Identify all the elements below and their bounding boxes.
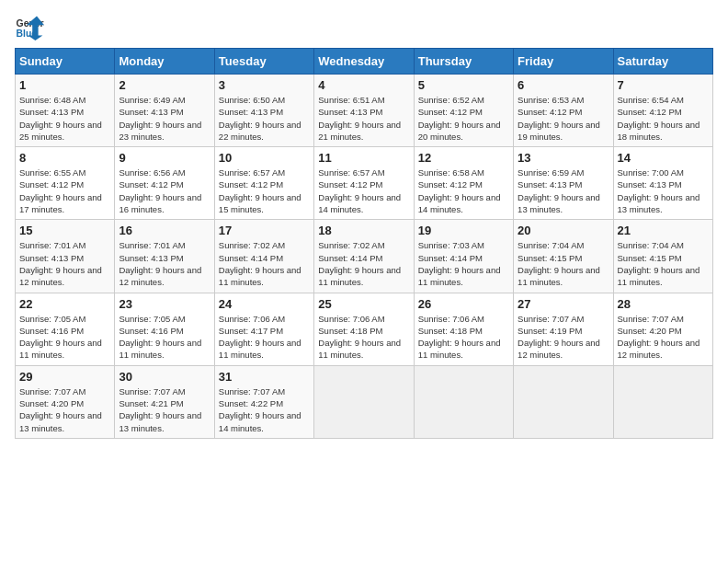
day-info: Sunrise: 7:07 AMSunset: 4:21 PMDaylight:… bbox=[119, 385, 210, 434]
day-info: Sunrise: 7:02 AMSunset: 4:14 PMDaylight:… bbox=[318, 239, 409, 288]
calendar-week-5: 29Sunrise: 7:07 AMSunset: 4:20 PMDayligh… bbox=[16, 365, 713, 438]
day-info: Sunrise: 6:55 AMSunset: 4:12 PMDaylight:… bbox=[19, 167, 110, 215]
day-info: Sunrise: 6:50 AMSunset: 4:13 PMDaylight:… bbox=[219, 94, 310, 143]
day-info: Sunrise: 6:57 AMSunset: 4:12 PMDaylight:… bbox=[219, 167, 310, 215]
calendar-cell bbox=[613, 365, 712, 438]
day-info: Sunrise: 7:07 AMSunset: 4:20 PMDaylight:… bbox=[19, 385, 110, 434]
day-number: 17 bbox=[219, 224, 310, 237]
calendar-cell: 28Sunrise: 7:07 AMSunset: 4:20 PMDayligh… bbox=[613, 293, 712, 365]
day-info: Sunrise: 6:51 AMSunset: 4:13 PMDaylight:… bbox=[318, 94, 409, 143]
calendar-cell: 7Sunrise: 6:54 AMSunset: 4:12 PMDaylight… bbox=[613, 75, 712, 147]
day-info: Sunrise: 7:01 AMSunset: 4:13 PMDaylight:… bbox=[119, 239, 210, 288]
day-info: Sunrise: 7:06 AMSunset: 4:17 PMDaylight:… bbox=[219, 313, 310, 362]
header: General Blue bbox=[15, 15, 713, 40]
day-number: 19 bbox=[418, 224, 509, 237]
day-number: 5 bbox=[418, 78, 509, 92]
calendar-cell bbox=[514, 365, 613, 438]
day-number: 24 bbox=[219, 297, 310, 311]
day-number: 1 bbox=[19, 78, 110, 92]
calendar-week-2: 8Sunrise: 6:55 AMSunset: 4:12 PMDaylight… bbox=[16, 147, 713, 220]
calendar-cell: 13Sunrise: 6:59 AMSunset: 4:13 PMDayligh… bbox=[514, 147, 613, 220]
day-info: Sunrise: 6:54 AMSunset: 4:12 PMDaylight:… bbox=[618, 94, 709, 143]
day-number: 25 bbox=[318, 297, 409, 311]
calendar-cell: 21Sunrise: 7:04 AMSunset: 4:15 PMDayligh… bbox=[613, 220, 712, 293]
day-number: 10 bbox=[219, 151, 310, 165]
calendar-cell: 14Sunrise: 7:00 AMSunset: 4:13 PMDayligh… bbox=[613, 147, 712, 220]
calendar-cell: 25Sunrise: 7:06 AMSunset: 4:18 PMDayligh… bbox=[314, 293, 414, 365]
day-number: 8 bbox=[19, 151, 110, 165]
day-number: 11 bbox=[318, 151, 409, 165]
day-number: 14 bbox=[618, 151, 709, 165]
weekday-header-friday: Friday bbox=[514, 49, 613, 75]
weekday-header-monday: Monday bbox=[115, 49, 214, 75]
calendar-cell: 31Sunrise: 7:07 AMSunset: 4:22 PMDayligh… bbox=[214, 365, 313, 438]
day-number: 9 bbox=[119, 151, 210, 165]
calendar-cell: 1Sunrise: 6:48 AMSunset: 4:13 PMDaylight… bbox=[16, 75, 115, 147]
calendar-cell: 29Sunrise: 7:07 AMSunset: 4:20 PMDayligh… bbox=[16, 365, 115, 438]
day-info: Sunrise: 6:53 AMSunset: 4:12 PMDaylight:… bbox=[518, 94, 609, 143]
day-info: Sunrise: 7:04 AMSunset: 4:15 PMDaylight:… bbox=[618, 239, 709, 288]
calendar-cell bbox=[314, 365, 414, 438]
day-number: 7 bbox=[618, 78, 709, 92]
day-number: 30 bbox=[119, 370, 210, 384]
calendar-cell: 6Sunrise: 6:53 AMSunset: 4:12 PMDaylight… bbox=[514, 75, 613, 147]
day-number: 6 bbox=[518, 78, 609, 92]
weekday-header-wednesday: Wednesday bbox=[314, 49, 414, 75]
calendar-week-4: 22Sunrise: 7:05 AMSunset: 4:16 PMDayligh… bbox=[16, 293, 713, 365]
day-number: 21 bbox=[618, 224, 709, 237]
calendar-cell: 30Sunrise: 7:07 AMSunset: 4:21 PMDayligh… bbox=[115, 365, 214, 438]
weekday-header-saturday: Saturday bbox=[613, 49, 712, 75]
day-info: Sunrise: 7:03 AMSunset: 4:14 PMDaylight:… bbox=[418, 239, 509, 288]
day-number: 13 bbox=[518, 151, 609, 165]
day-number: 3 bbox=[219, 78, 310, 92]
day-number: 23 bbox=[119, 297, 210, 311]
day-number: 15 bbox=[19, 224, 110, 237]
calendar-header: SundayMondayTuesdayWednesdayThursdayFrid… bbox=[16, 49, 713, 75]
calendar-cell: 18Sunrise: 7:02 AMSunset: 4:14 PMDayligh… bbox=[314, 220, 414, 293]
calendar-cell: 12Sunrise: 6:58 AMSunset: 4:12 PMDayligh… bbox=[414, 147, 513, 220]
day-number: 16 bbox=[119, 224, 210, 237]
weekday-header-sunday: Sunday bbox=[16, 49, 115, 75]
calendar-cell: 10Sunrise: 6:57 AMSunset: 4:12 PMDayligh… bbox=[214, 147, 313, 220]
day-info: Sunrise: 7:07 AMSunset: 4:19 PMDaylight:… bbox=[518, 313, 609, 362]
day-info: Sunrise: 7:07 AMSunset: 4:22 PMDaylight:… bbox=[219, 385, 310, 434]
calendar-cell: 19Sunrise: 7:03 AMSunset: 4:14 PMDayligh… bbox=[414, 220, 513, 293]
calendar-table: SundayMondayTuesdayWednesdayThursdayFrid… bbox=[15, 48, 713, 439]
day-number: 29 bbox=[19, 370, 110, 384]
day-info: Sunrise: 7:06 AMSunset: 4:18 PMDaylight:… bbox=[318, 313, 409, 362]
calendar-cell: 4Sunrise: 6:51 AMSunset: 4:13 PMDaylight… bbox=[314, 75, 414, 147]
day-info: Sunrise: 6:59 AMSunset: 4:13 PMDaylight:… bbox=[518, 167, 609, 215]
calendar-cell: 17Sunrise: 7:02 AMSunset: 4:14 PMDayligh… bbox=[214, 220, 313, 293]
weekday-header-thursday: Thursday bbox=[414, 49, 513, 75]
day-number: 18 bbox=[318, 224, 409, 237]
day-info: Sunrise: 7:07 AMSunset: 4:20 PMDaylight:… bbox=[618, 313, 709, 362]
calendar-cell: 22Sunrise: 7:05 AMSunset: 4:16 PMDayligh… bbox=[16, 293, 115, 365]
day-number: 4 bbox=[318, 78, 409, 92]
day-info: Sunrise: 6:49 AMSunset: 4:13 PMDaylight:… bbox=[119, 94, 210, 143]
day-info: Sunrise: 6:57 AMSunset: 4:12 PMDaylight:… bbox=[318, 167, 409, 215]
logo-icon: General Blue bbox=[15, 15, 44, 40]
day-info: Sunrise: 6:56 AMSunset: 4:12 PMDaylight:… bbox=[119, 167, 210, 215]
day-info: Sunrise: 7:05 AMSunset: 4:16 PMDaylight:… bbox=[19, 313, 110, 362]
day-number: 28 bbox=[618, 297, 709, 311]
calendar-cell: 11Sunrise: 6:57 AMSunset: 4:12 PMDayligh… bbox=[314, 147, 414, 220]
day-number: 31 bbox=[219, 370, 310, 384]
weekday-header-tuesday: Tuesday bbox=[214, 49, 313, 75]
day-info: Sunrise: 6:48 AMSunset: 4:13 PMDaylight:… bbox=[19, 94, 110, 143]
day-info: Sunrise: 7:04 AMSunset: 4:15 PMDaylight:… bbox=[518, 239, 609, 288]
day-info: Sunrise: 7:00 AMSunset: 4:13 PMDaylight:… bbox=[618, 167, 709, 215]
day-number: 2 bbox=[119, 78, 210, 92]
day-number: 12 bbox=[418, 151, 509, 165]
calendar-cell: 5Sunrise: 6:52 AMSunset: 4:12 PMDaylight… bbox=[414, 75, 513, 147]
calendar-cell: 23Sunrise: 7:05 AMSunset: 4:16 PMDayligh… bbox=[115, 293, 214, 365]
calendar-cell: 15Sunrise: 7:01 AMSunset: 4:13 PMDayligh… bbox=[16, 220, 115, 293]
calendar-cell: 24Sunrise: 7:06 AMSunset: 4:17 PMDayligh… bbox=[214, 293, 313, 365]
day-number: 22 bbox=[19, 297, 110, 311]
calendar-cell: 20Sunrise: 7:04 AMSunset: 4:15 PMDayligh… bbox=[514, 220, 613, 293]
calendar-cell: 27Sunrise: 7:07 AMSunset: 4:19 PMDayligh… bbox=[514, 293, 613, 365]
calendar-cell: 9Sunrise: 6:56 AMSunset: 4:12 PMDaylight… bbox=[115, 147, 214, 220]
day-info: Sunrise: 7:01 AMSunset: 4:13 PMDaylight:… bbox=[19, 239, 110, 288]
day-number: 26 bbox=[418, 297, 509, 311]
day-info: Sunrise: 7:06 AMSunset: 4:18 PMDaylight:… bbox=[418, 313, 509, 362]
day-number: 27 bbox=[518, 297, 609, 311]
